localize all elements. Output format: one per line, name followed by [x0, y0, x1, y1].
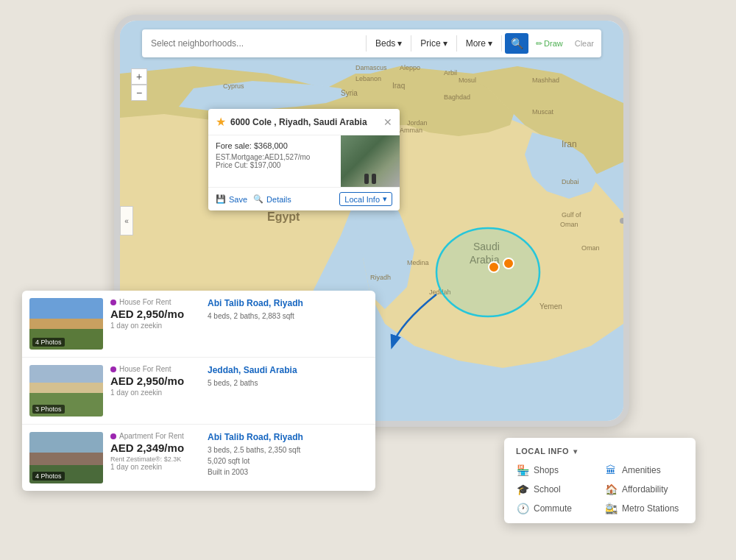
- svg-text:Amman: Amman: [400, 127, 422, 134]
- local-info-title: LOCAL INFO: [516, 447, 569, 456]
- draw-button[interactable]: ✏ Draw: [531, 36, 567, 52]
- listing-thumbnail: 3 Photos: [29, 365, 103, 417]
- svg-text:Arbil: Arbil: [444, 69, 457, 77]
- popup-title: 6000 Cole , Riyadh, Saudi Arabia: [230, 117, 379, 127]
- metro-label: Metro Stations: [622, 503, 679, 514]
- popup-for-sale: Fore sale: $368,000: [216, 141, 333, 150]
- list-item: 4 Photos House For Rent AED 2,950/mo 1 d…: [22, 291, 375, 358]
- svg-text:Oman: Oman: [560, 221, 578, 228]
- local-info-chevron-icon: ▾: [573, 447, 578, 456]
- pencil-icon: ✏: [536, 39, 542, 49]
- amenities-label: Amenities: [622, 465, 661, 475]
- listing-dot-icon: [110, 300, 116, 305]
- svg-text:Damascus: Damascus: [355, 64, 387, 71]
- listing-address[interactable]: Abi Talib Road, Riyadh: [208, 432, 368, 442]
- listing-zestimate: Rent Zestimate®: $2.3K: [110, 456, 199, 463]
- listing-price: AED 2,950/mo: [110, 308, 199, 320]
- search-divider: [366, 35, 367, 52]
- local-info-button[interactable]: Local Info ▾: [339, 192, 392, 206]
- local-info-grid: 🏪 Shops 🏛 Amenities 🎓 School 🏠 Affordabi…: [516, 464, 684, 514]
- svg-text:Aleppo: Aleppo: [400, 64, 420, 71]
- local-info-commute[interactable]: 🕐 Commute: [516, 503, 595, 514]
- listing-details: 4 beds, 2 baths, 2,883 sqft: [208, 311, 368, 322]
- beds-dropdown[interactable]: Beds ▾: [369, 35, 408, 52]
- price-chevron-icon: ▾: [443, 38, 447, 49]
- neighborhood-search-input[interactable]: [145, 38, 363, 49]
- popup-header: ★ 6000 Cole , Riyadh, Saudi Arabia ✕: [208, 109, 400, 135]
- listing-address[interactable]: Abi Talib Road, Riyadh: [208, 298, 368, 308]
- local-info-shops[interactable]: 🏪 Shops: [516, 464, 595, 476]
- svg-text:Medina: Medina: [407, 259, 429, 266]
- listing-days: 1 day on zeekin: [110, 322, 199, 330]
- collapse-panel-button[interactable]: «: [120, 206, 133, 235]
- popup-property-image: [341, 135, 400, 187]
- popup-actions: 💾 Save 🔍 Details Local Info ▾: [208, 187, 400, 210]
- clear-button[interactable]: Clear: [570, 36, 598, 51]
- search-divider3: [456, 35, 457, 52]
- svg-text:Baghdad: Baghdad: [444, 93, 470, 101]
- listing-details: 5 beds, 2 baths: [208, 378, 368, 389]
- search-button[interactable]: 🔍: [505, 33, 528, 54]
- draw-label: Draw: [544, 39, 563, 48]
- local-info-affordability[interactable]: 🏠 Affordability: [604, 483, 684, 495]
- more-chevron-icon: ▾: [488, 38, 492, 49]
- listing-details: 3 beds, 2.5 baths, 2,350 sqft 5,020 sqft…: [208, 444, 368, 478]
- local-info-school[interactable]: 🎓 School: [516, 483, 595, 495]
- local-info-metro[interactable]: 🚉 Metro Stations: [604, 503, 684, 514]
- zoom-in-button[interactable]: +: [131, 68, 147, 85]
- tablet-edge-dot: [620, 218, 623, 224]
- listing-address[interactable]: Jeddah, Saudi Arabia: [208, 365, 368, 375]
- shops-label: Shops: [534, 465, 559, 475]
- svg-text:Oman: Oman: [581, 244, 600, 252]
- favorite-star-icon: ★: [216, 115, 226, 129]
- listing-left: House For Rent AED 2,950/mo 1 day on zee…: [110, 365, 199, 417]
- svg-text:Gulf of: Gulf of: [562, 211, 581, 219]
- price-dropdown[interactable]: Price ▾: [414, 35, 453, 52]
- popup-body: Fore sale: $368,000 EST.Mortgage:AED1,52…: [208, 135, 400, 187]
- listing-left: House For Rent AED 2,950/mo 1 day on zee…: [110, 298, 199, 350]
- shops-icon: 🏪: [516, 464, 529, 476]
- search-icon: 🔍: [511, 38, 523, 49]
- popup-info: Fore sale: $368,000 EST.Mortgage:AED1,52…: [208, 135, 341, 187]
- listing-panel: 4 Photos House For Rent AED 2,950/mo 1 d…: [22, 291, 375, 491]
- listing-dot-icon: [110, 366, 116, 372]
- commute-icon: 🕐: [516, 503, 529, 514]
- local-info-chevron-icon: ▾: [383, 194, 387, 204]
- listing-main: House For Rent AED 2,950/mo 1 day on zee…: [110, 298, 368, 350]
- more-dropdown[interactable]: More ▾: [460, 35, 498, 52]
- listing-main: Apartment For Rent AED 2,349/mo Rent Zes…: [110, 432, 368, 483]
- listing-thumbnail: 4 Photos: [29, 432, 103, 483]
- listing-right: Jeddah, Saudi Arabia 5 beds, 2 baths: [208, 365, 368, 417]
- svg-point-32: [503, 258, 514, 269]
- listing-type-label: House For Rent: [119, 365, 171, 373]
- popup-close-button[interactable]: ✕: [383, 116, 392, 128]
- zoom-out-button[interactable]: −: [131, 85, 147, 101]
- svg-point-30: [436, 228, 539, 316]
- popup-image-inner: [341, 135, 400, 187]
- svg-text:Mashhad: Mashhad: [532, 77, 559, 84]
- map-popup: ★ 6000 Cole , Riyadh, Saudi Arabia ✕ For…: [208, 109, 400, 210]
- local-info-label: Local Info: [344, 195, 380, 204]
- details-button[interactable]: 🔍 Details: [253, 194, 291, 204]
- school-icon: 🎓: [516, 483, 529, 495]
- local-info-amenities[interactable]: 🏛 Amenities: [604, 464, 684, 476]
- save-icon: 💾: [216, 194, 226, 204]
- listing-days: 1 day on zeekin: [110, 463, 199, 471]
- svg-text:Egypt: Egypt: [267, 210, 300, 223]
- figure1: [364, 174, 369, 184]
- listing-price: AED 2,349/mo: [110, 442, 199, 454]
- svg-text:Lebanon: Lebanon: [355, 75, 381, 82]
- svg-text:Iran: Iran: [562, 139, 577, 149]
- save-button[interactable]: 💾 Save: [216, 194, 247, 204]
- beds-chevron-icon: ▾: [397, 38, 402, 49]
- svg-text:Syria: Syria: [341, 89, 358, 97]
- more-label: More: [466, 38, 486, 49]
- popup-price-cut: Price Cut: $197,000: [216, 161, 333, 169]
- listing-thumbnail: 4 Photos: [29, 298, 103, 350]
- commute-label: Commute: [534, 503, 572, 514]
- save-label: Save: [229, 195, 247, 204]
- listing-type-label: House For Rent: [119, 298, 171, 306]
- amenities-icon: 🏛: [604, 464, 618, 476]
- svg-text:Mosul: Mosul: [459, 77, 476, 84]
- svg-text:Jordan: Jordan: [407, 119, 428, 127]
